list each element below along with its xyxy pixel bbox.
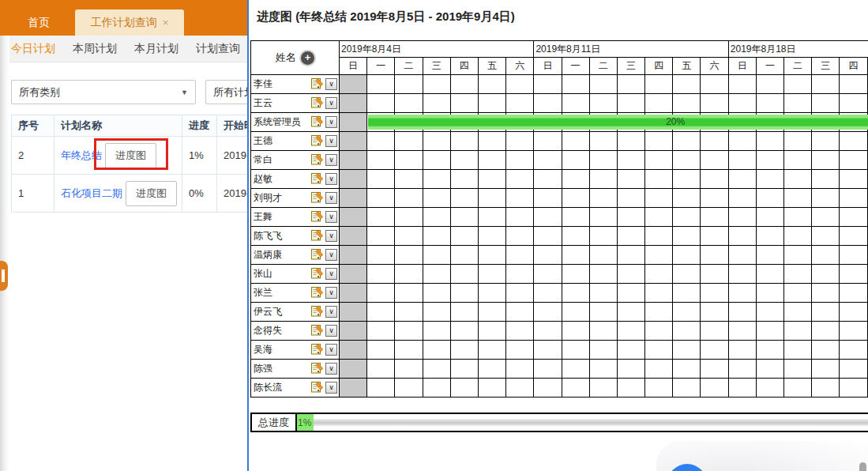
edit-note-icon[interactable]	[311, 115, 325, 130]
edit-note-icon[interactable]	[311, 305, 325, 319]
col-header-name: 计划名称	[54, 115, 182, 136]
subtab-week-plan[interactable]: 本周计划	[73, 42, 117, 56]
dropdown-icon[interactable]: ∨	[325, 173, 337, 185]
dropdown-icon[interactable]: ∨	[325, 325, 337, 337]
gantt-cell	[479, 170, 506, 188]
gantt-cell-out-of-range	[340, 379, 367, 397]
gantt-week-row: 2019年8月4日2019年8月11日2019年8月18日	[340, 41, 868, 58]
gantt-day-label: 五	[479, 58, 506, 75]
gantt-cell	[645, 189, 673, 207]
gantt-cell	[645, 170, 673, 188]
gantt-rows: 李佳∨王云∨系统管理员∨20%王德∨常白∨赵敏∨刘明才∨王舞∨陈飞飞∨温炳康∨张…	[251, 75, 868, 398]
scrollbar-thumb[interactable]	[859, 462, 866, 471]
edit-note-icon[interactable]	[311, 77, 325, 92]
col-header-no: 序号	[12, 115, 54, 136]
dropdown-icon[interactable]: ∨	[325, 211, 337, 223]
panel-collapse-handle[interactable]	[0, 261, 8, 291]
gantt-day-label: 六	[506, 58, 534, 75]
progress-chart-button[interactable]: 进度图	[126, 181, 177, 206]
dropdown-icon[interactable]: ∨	[325, 268, 337, 280]
edit-note-icon[interactable]	[311, 362, 325, 376]
subtab-plan-query[interactable]: 计划查询	[196, 42, 240, 56]
edit-note-icon[interactable]	[311, 134, 325, 149]
gantt-cell	[757, 360, 784, 378]
edit-note-icon[interactable]	[311, 229, 325, 243]
dropdown-icon[interactable]: ∨	[325, 306, 337, 318]
edit-note-icon[interactable]	[311, 286, 325, 300]
edit-note-icon[interactable]	[311, 324, 325, 338]
dropdown-icon[interactable]: ∨	[325, 78, 337, 90]
tab-home[interactable]: 首页	[16, 9, 62, 36]
dropdown-icon[interactable]: ∨	[325, 344, 337, 356]
dropdown-icon[interactable]: ∨	[325, 287, 337, 299]
plan-link-petrochemical-phase2[interactable]: 石化项目二期	[61, 187, 122, 201]
gantt-cell	[840, 265, 867, 283]
dropdown-icon[interactable]: ∨	[325, 249, 337, 261]
subtab-today-plan[interactable]: 今日计划	[11, 42, 55, 56]
dropdown-icon[interactable]: ∨	[325, 192, 337, 204]
dropdown-icon[interactable]: ∨	[325, 116, 337, 128]
gantt-cell	[423, 227, 451, 245]
tab-work-plan-query[interactable]: 工作计划查询 ×	[75, 9, 184, 36]
gantt-cell	[757, 132, 784, 150]
edit-note-icon[interactable]	[311, 248, 325, 262]
gantt-cell	[645, 360, 673, 378]
dropdown-icon[interactable]: ∨	[325, 382, 337, 394]
dropdown-icon[interactable]: ∨	[325, 97, 337, 109]
gantt-cell	[757, 75, 784, 93]
gantt-cell	[812, 170, 840, 188]
dropdown-icon[interactable]: ∨	[325, 135, 337, 147]
gantt-row: 伊云飞∨	[251, 303, 868, 322]
gantt-cell	[784, 360, 812, 378]
gantt-cell	[590, 94, 618, 112]
gantt-cell	[590, 208, 618, 226]
dropdown-icon[interactable]: ∨	[325, 363, 337, 375]
gantt-cell-out-of-range	[340, 208, 367, 226]
gantt-cell	[701, 284, 728, 302]
gantt-week-label: 2019年8月11日	[534, 41, 728, 58]
edit-note-icon[interactable]	[311, 267, 325, 281]
gantt-name-cell: 赵敏∨	[251, 170, 340, 189]
table-row: 1 石化项目二期 进度图 0% 2019-	[12, 175, 247, 213]
edit-note-icon[interactable]	[311, 210, 325, 224]
gantt-cell	[840, 246, 867, 264]
gantt-cell	[840, 379, 867, 397]
person-name: 刘明才	[254, 191, 311, 205]
gantt-day-label: 日	[534, 58, 562, 75]
plan-link-year-end-summary[interactable]: 年终总结	[61, 149, 102, 163]
subtab-month-plan[interactable]: 本月计划	[134, 42, 178, 56]
plan-no: 1	[12, 175, 54, 212]
edit-note-icon[interactable]	[311, 191, 325, 205]
gantt-cell	[729, 151, 757, 169]
edit-note-icon[interactable]	[311, 153, 325, 168]
person-name: 陈飞飞	[254, 229, 311, 243]
gantt-cell	[451, 227, 479, 245]
total-progress-value: 1%	[297, 414, 314, 431]
gantt-name-cell: 李佳∨	[251, 75, 340, 94]
gantt-cell	[562, 94, 590, 112]
edit-note-icon[interactable]	[311, 343, 325, 357]
gantt-cell	[729, 284, 757, 302]
gantt-cell	[395, 360, 423, 378]
add-person-icon[interactable]: +	[301, 51, 314, 65]
gantt-cell	[506, 322, 534, 340]
close-icon[interactable]: ×	[163, 17, 169, 28]
person-name: 王云	[254, 96, 311, 110]
gantt-cell-out-of-range	[340, 189, 367, 207]
category-select[interactable]: 所有类别 ▼	[11, 80, 196, 104]
plan-select[interactable]: 所有计划	[205, 80, 247, 104]
dropdown-icon[interactable]: ∨	[325, 154, 337, 166]
gantt-name-cell: 王云∨	[251, 94, 340, 113]
gantt-row-strip	[340, 246, 868, 265]
gantt-cell-out-of-range	[340, 75, 367, 93]
edit-note-icon[interactable]	[311, 172, 325, 187]
gantt-cell	[618, 170, 645, 188]
edit-note-icon[interactable]	[311, 381, 325, 395]
edit-note-icon[interactable]	[311, 96, 325, 111]
gantt-cell	[784, 379, 812, 397]
gantt-cell	[729, 189, 757, 207]
gantt-cell	[757, 170, 784, 188]
progress-chart-button[interactable]: 进度图	[105, 143, 156, 168]
gantt-cell	[618, 189, 645, 207]
dropdown-icon[interactable]: ∨	[325, 230, 337, 242]
